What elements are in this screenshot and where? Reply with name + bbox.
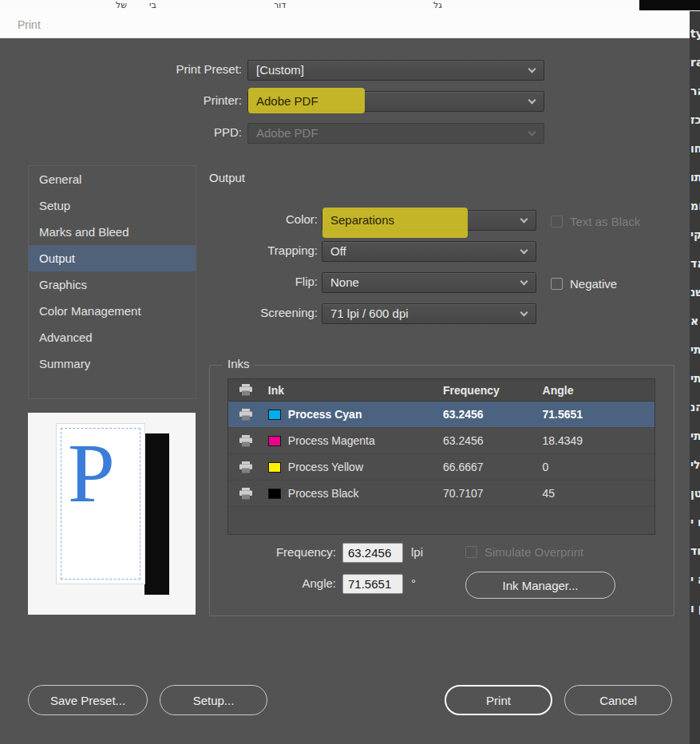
color-row: Color: Separations <box>0 210 575 232</box>
print-preset-dropdown[interactable]: [Custom] <box>247 60 544 81</box>
ink-row-process-magenta[interactable]: Process Magenta 63.2456 18.4349 <box>228 428 655 454</box>
ppd-label: PPD: <box>0 125 242 139</box>
ink-frequency: 63.2456 <box>443 434 543 447</box>
printer-value: Adobe PDF <box>256 94 318 108</box>
dialog-title: Print <box>18 18 41 31</box>
print-preset-row: Print Preset: [Custom] <box>0 60 575 81</box>
simulate-overprint-label: Simulate Overprint <box>484 545 583 559</box>
ink-angle: 45 <box>543 487 655 500</box>
flip-value: None <box>330 275 359 289</box>
sidebar-item-summary[interactable]: Summary <box>29 350 196 377</box>
angle-input[interactable] <box>342 574 403 594</box>
ink-row-process-yellow[interactable]: Process Yellow 66.6667 0 <box>228 454 655 481</box>
setup-button[interactable]: Setup... <box>160 685 267 715</box>
trapping-dropdown[interactable]: Off <box>322 241 536 262</box>
ink-name: Process Magenta <box>288 434 375 447</box>
ink-swatch <box>268 436 281 446</box>
output-section-title: Output <box>209 171 245 184</box>
column-header-frequency: Frequency <box>443 384 543 397</box>
screen: של בי דור גל tyraהרכזחותוחמקיאדשנאתיתיהנ… <box>0 0 700 744</box>
ink-frequency: 70.7107 <box>443 487 543 500</box>
preview-letter: P <box>68 429 115 517</box>
ink-frequency: 66.6667 <box>443 461 543 473</box>
chevron-down-icon <box>520 309 528 317</box>
background-text-fragment: וד <box>690 544 700 573</box>
sidebar-item-advanced[interactable]: Advanced <box>29 324 196 350</box>
screening-value: 71 lpi / 600 dpi <box>330 307 409 320</box>
cancel-button[interactable]: Cancel <box>564 685 672 715</box>
text-as-black-checkbox[interactable]: Text as Black <box>551 212 640 230</box>
save-preset-button[interactable]: Save Preset... <box>28 685 148 715</box>
ink-manager-button[interactable]: Ink Manager... <box>465 572 615 599</box>
trapping-value: Off <box>330 244 346 258</box>
chevron-down-icon <box>528 129 536 137</box>
screening-row: Screening: 71 lpi / 600 dpi <box>0 303 575 325</box>
ink-swatch <box>268 410 281 420</box>
ink-name-cell: Process Black <box>263 487 443 500</box>
sidebar-item-general[interactable]: General <box>29 166 196 192</box>
background-text-fragment: שנ <box>690 286 700 315</box>
background-text-fragment: של <box>116 0 127 10</box>
ppd-dropdown: Adobe PDF <box>247 123 544 144</box>
background-text-fragment: הר <box>690 85 700 113</box>
background-text-fragment: ty <box>690 27 700 56</box>
printer-label: Printer: <box>0 93 242 107</box>
preview-margin-box: P <box>61 428 140 580</box>
background-text-fragment: תי <box>690 343 700 372</box>
printer-icon[interactable] <box>228 435 263 447</box>
background-text-fragment: הנ <box>690 401 700 429</box>
background-text-fragment: ה י <box>690 573 700 602</box>
chevron-down-icon <box>520 247 528 255</box>
printer-icon[interactable] <box>228 461 263 473</box>
flip-row: Flip: None <box>0 272 575 294</box>
angle-field-label: Angle: <box>210 576 336 590</box>
ink-name: Process Cyan <box>288 408 362 421</box>
background-document-top: של בי דור גל <box>0 0 700 11</box>
flip-dropdown[interactable]: None <box>322 272 536 293</box>
print-button[interactable]: Print <box>445 685 552 715</box>
printer-icon <box>228 384 263 396</box>
simulate-overprint-checkbox[interactable]: Simulate Overprint <box>465 543 583 560</box>
printer-icon[interactable] <box>228 409 263 421</box>
background-text-fragment: לי <box>690 458 700 487</box>
dialog-titlebar: Print <box>0 11 690 38</box>
text-as-black-label: Text as Black <box>570 215 640 228</box>
ink-row-process-black[interactable]: Process Black 70.7107 45 <box>228 481 655 507</box>
ink-name: Process Black <box>288 487 359 500</box>
frequency-field-label: Frequency: <box>210 545 336 559</box>
ink-name-cell: Process Yellow <box>263 461 443 473</box>
chevron-down-icon <box>528 65 536 73</box>
preview-page-shadow <box>144 433 169 595</box>
background-text-fragment: ן ו <box>690 602 700 631</box>
checkbox-box <box>551 278 563 290</box>
chevron-down-icon <box>520 278 528 286</box>
background-text-fragment: חמ <box>690 200 700 228</box>
ink-row-process-cyan[interactable]: Process Cyan 63.2456 71.5651 <box>228 402 655 428</box>
negative-checkbox[interactable]: Negative <box>551 275 617 292</box>
checkbox-box <box>551 216 563 228</box>
column-header-angle: Angle <box>543 384 655 397</box>
background-text-fragment: כז <box>690 113 700 142</box>
printer-icon[interactable] <box>228 488 263 500</box>
frequency-input[interactable] <box>342 543 403 563</box>
page-preview: P <box>28 413 196 615</box>
background-text-fragment: דור <box>274 0 286 10</box>
screening-dropdown[interactable]: 71 lpi / 600 dpi <box>322 303 536 324</box>
background-text-fragment: תו <box>690 171 700 200</box>
background-black-bar <box>639 0 700 10</box>
background-text-fragment: א <box>690 315 700 343</box>
column-header-ink: Ink <box>263 384 443 397</box>
ink-name-cell: Process Cyan <box>263 408 443 421</box>
background-text-fragment: חו <box>690 142 700 171</box>
printer-dropdown[interactable]: Adobe PDF <box>247 91 544 112</box>
negative-label: Negative <box>570 277 617 291</box>
background-text-fragment: ra <box>690 56 700 85</box>
background-text-fragment: תי <box>690 429 700 458</box>
printer-row: Printer: Adobe PDF <box>0 91 575 113</box>
trapping-label: Trapping: <box>0 243 318 257</box>
color-dropdown[interactable]: Separations <box>322 210 536 231</box>
ink-frequency: 63.2456 <box>443 408 543 421</box>
inks-table-header: Ink Frequency Angle <box>228 379 655 402</box>
background-text-fragment: אד <box>690 257 700 286</box>
angle-unit: ° <box>411 576 416 590</box>
